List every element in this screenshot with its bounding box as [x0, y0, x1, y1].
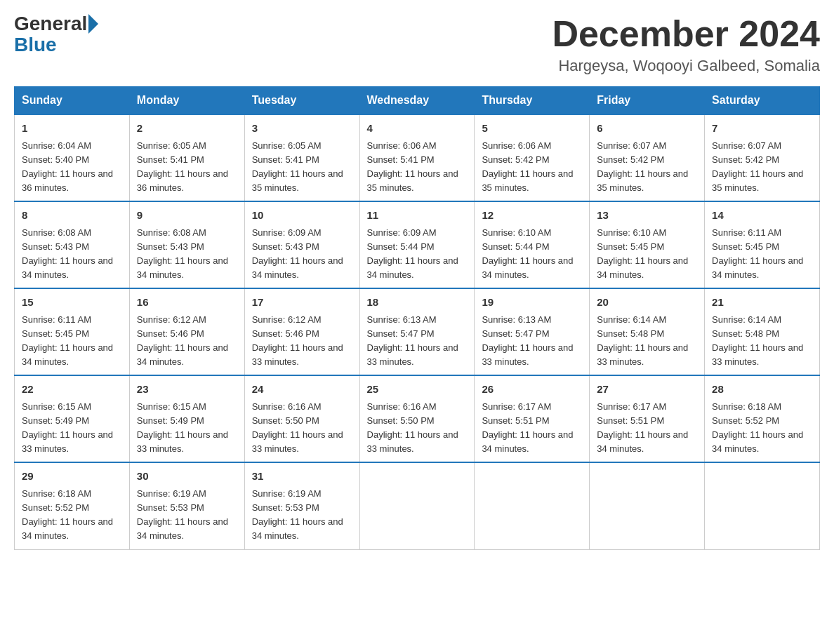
day-number: 18	[367, 295, 468, 311]
calendar-cell	[475, 462, 590, 549]
day-info: Sunrise: 6:15 AMSunset: 5:49 PMDaylight:…	[22, 400, 122, 457]
calendar-cell: 12Sunrise: 6:10 AMSunset: 5:44 PMDayligh…	[475, 201, 590, 288]
title-block: December 2024 Hargeysa, Woqooyi Galbeed,…	[552, 14, 820, 75]
calendar-cell	[705, 462, 820, 549]
calendar-cell: 14Sunrise: 6:11 AMSunset: 5:45 PMDayligh…	[705, 201, 820, 288]
day-number: 23	[137, 382, 237, 398]
day-number: 27	[597, 382, 697, 398]
day-info: Sunrise: 6:08 AMSunset: 5:43 PMDaylight:…	[137, 226, 237, 283]
day-info: Sunrise: 6:11 AMSunset: 5:45 PMDaylight:…	[22, 313, 122, 370]
day-number: 10	[252, 208, 352, 224]
day-number: 22	[22, 382, 122, 398]
day-number: 9	[137, 208, 237, 224]
day-info: Sunrise: 6:17 AMSunset: 5:51 PMDaylight:…	[482, 400, 582, 457]
location-title: Hargeysa, Woqooyi Galbeed, Somalia	[552, 57, 820, 75]
day-info: Sunrise: 6:13 AMSunset: 5:47 PMDaylight:…	[482, 313, 582, 370]
day-info: Sunrise: 6:19 AMSunset: 5:53 PMDaylight:…	[252, 487, 352, 544]
day-info: Sunrise: 6:13 AMSunset: 5:47 PMDaylight:…	[367, 313, 468, 370]
calendar-header-tuesday: Tuesday	[244, 87, 359, 115]
logo-arrow-icon	[88, 14, 98, 34]
calendar-cell: 10Sunrise: 6:09 AMSunset: 5:43 PMDayligh…	[244, 201, 359, 288]
day-number: 24	[252, 382, 352, 398]
day-number: 3	[252, 121, 352, 137]
calendar-cell: 3Sunrise: 6:05 AMSunset: 5:41 PMDaylight…	[244, 114, 359, 201]
calendar-header-friday: Friday	[590, 87, 705, 115]
calendar-cell: 30Sunrise: 6:19 AMSunset: 5:53 PMDayligh…	[129, 462, 244, 549]
day-number: 6	[597, 121, 697, 137]
logo-general-text: General	[14, 14, 87, 34]
calendar-cell: 8Sunrise: 6:08 AMSunset: 5:43 PMDaylight…	[15, 201, 130, 288]
day-number: 29	[22, 469, 122, 485]
calendar-cell: 26Sunrise: 6:17 AMSunset: 5:51 PMDayligh…	[475, 375, 590, 462]
day-number: 2	[137, 121, 237, 137]
calendar-cell: 13Sunrise: 6:10 AMSunset: 5:45 PMDayligh…	[590, 201, 705, 288]
day-info: Sunrise: 6:05 AMSunset: 5:41 PMDaylight:…	[252, 139, 352, 196]
calendar-cell: 19Sunrise: 6:13 AMSunset: 5:47 PMDayligh…	[475, 288, 590, 375]
calendar-cell: 22Sunrise: 6:15 AMSunset: 5:49 PMDayligh…	[15, 375, 130, 462]
day-info: Sunrise: 6:06 AMSunset: 5:42 PMDaylight:…	[482, 139, 582, 196]
day-info: Sunrise: 6:14 AMSunset: 5:48 PMDaylight:…	[597, 313, 697, 370]
day-info: Sunrise: 6:07 AMSunset: 5:42 PMDaylight:…	[712, 139, 812, 196]
day-number: 13	[597, 208, 697, 224]
calendar-cell: 9Sunrise: 6:08 AMSunset: 5:43 PMDaylight…	[129, 201, 244, 288]
day-info: Sunrise: 6:08 AMSunset: 5:43 PMDaylight:…	[22, 226, 122, 283]
day-number: 17	[252, 295, 352, 311]
calendar-week-row: 15Sunrise: 6:11 AMSunset: 5:45 PMDayligh…	[15, 288, 820, 375]
day-info: Sunrise: 6:19 AMSunset: 5:53 PMDaylight:…	[137, 487, 237, 544]
calendar-cell: 28Sunrise: 6:18 AMSunset: 5:52 PMDayligh…	[705, 375, 820, 462]
calendar-table: SundayMondayTuesdayWednesdayThursdayFrid…	[14, 86, 820, 549]
day-info: Sunrise: 6:15 AMSunset: 5:49 PMDaylight:…	[137, 400, 237, 457]
page-header: General Blue December 2024 Hargeysa, Woq…	[14, 14, 820, 75]
day-number: 28	[712, 382, 812, 398]
day-info: Sunrise: 6:16 AMSunset: 5:50 PMDaylight:…	[367, 400, 468, 457]
day-number: 4	[367, 121, 468, 137]
day-number: 31	[252, 469, 352, 485]
day-info: Sunrise: 6:16 AMSunset: 5:50 PMDaylight:…	[252, 400, 352, 457]
calendar-week-row: 8Sunrise: 6:08 AMSunset: 5:43 PMDaylight…	[15, 201, 820, 288]
day-info: Sunrise: 6:18 AMSunset: 5:52 PMDaylight:…	[22, 487, 122, 544]
day-info: Sunrise: 6:09 AMSunset: 5:44 PMDaylight:…	[367, 226, 468, 283]
calendar-cell	[590, 462, 705, 549]
calendar-week-row: 1Sunrise: 6:04 AMSunset: 5:40 PMDaylight…	[15, 114, 820, 201]
calendar-cell: 1Sunrise: 6:04 AMSunset: 5:40 PMDaylight…	[15, 114, 130, 201]
calendar-cell: 17Sunrise: 6:12 AMSunset: 5:46 PMDayligh…	[244, 288, 359, 375]
calendar-header-wednesday: Wednesday	[359, 87, 475, 115]
day-number: 26	[482, 382, 582, 398]
day-number: 30	[137, 469, 237, 485]
day-number: 12	[482, 208, 582, 224]
calendar-header-thursday: Thursday	[475, 87, 590, 115]
calendar-header-monday: Monday	[129, 87, 244, 115]
day-info: Sunrise: 6:12 AMSunset: 5:46 PMDaylight:…	[252, 313, 352, 370]
day-info: Sunrise: 6:06 AMSunset: 5:41 PMDaylight:…	[367, 139, 468, 196]
day-number: 7	[712, 121, 812, 137]
calendar-cell: 5Sunrise: 6:06 AMSunset: 5:42 PMDaylight…	[475, 114, 590, 201]
calendar-cell: 27Sunrise: 6:17 AMSunset: 5:51 PMDayligh…	[590, 375, 705, 462]
day-info: Sunrise: 6:10 AMSunset: 5:44 PMDaylight:…	[482, 226, 582, 283]
calendar-week-row: 29Sunrise: 6:18 AMSunset: 5:52 PMDayligh…	[15, 462, 820, 549]
calendar-week-row: 22Sunrise: 6:15 AMSunset: 5:49 PMDayligh…	[15, 375, 820, 462]
calendar-header-row: SundayMondayTuesdayWednesdayThursdayFrid…	[15, 87, 820, 115]
day-info: Sunrise: 6:10 AMSunset: 5:45 PMDaylight:…	[597, 226, 697, 283]
calendar-cell: 31Sunrise: 6:19 AMSunset: 5:53 PMDayligh…	[244, 462, 359, 549]
day-number: 14	[712, 208, 812, 224]
calendar-cell: 15Sunrise: 6:11 AMSunset: 5:45 PMDayligh…	[15, 288, 130, 375]
logo: General Blue	[14, 14, 100, 56]
calendar-header-sunday: Sunday	[15, 87, 130, 115]
calendar-header-saturday: Saturday	[705, 87, 820, 115]
day-info: Sunrise: 6:11 AMSunset: 5:45 PMDaylight:…	[712, 226, 812, 283]
day-info: Sunrise: 6:05 AMSunset: 5:41 PMDaylight:…	[137, 139, 237, 196]
calendar-cell: 23Sunrise: 6:15 AMSunset: 5:49 PMDayligh…	[129, 375, 244, 462]
calendar-cell: 4Sunrise: 6:06 AMSunset: 5:41 PMDaylight…	[359, 114, 475, 201]
calendar-cell: 16Sunrise: 6:12 AMSunset: 5:46 PMDayligh…	[129, 288, 244, 375]
day-info: Sunrise: 6:12 AMSunset: 5:46 PMDaylight:…	[137, 313, 237, 370]
calendar-cell: 20Sunrise: 6:14 AMSunset: 5:48 PMDayligh…	[590, 288, 705, 375]
day-number: 1	[22, 121, 122, 137]
calendar-cell: 6Sunrise: 6:07 AMSunset: 5:42 PMDaylight…	[590, 114, 705, 201]
day-number: 5	[482, 121, 582, 137]
day-info: Sunrise: 6:14 AMSunset: 5:48 PMDaylight:…	[712, 313, 812, 370]
month-title: December 2024	[552, 14, 820, 54]
day-info: Sunrise: 6:09 AMSunset: 5:43 PMDaylight:…	[252, 226, 352, 283]
calendar-cell: 11Sunrise: 6:09 AMSunset: 5:44 PMDayligh…	[359, 201, 475, 288]
day-info: Sunrise: 6:07 AMSunset: 5:42 PMDaylight:…	[597, 139, 697, 196]
day-info: Sunrise: 6:18 AMSunset: 5:52 PMDaylight:…	[712, 400, 812, 457]
